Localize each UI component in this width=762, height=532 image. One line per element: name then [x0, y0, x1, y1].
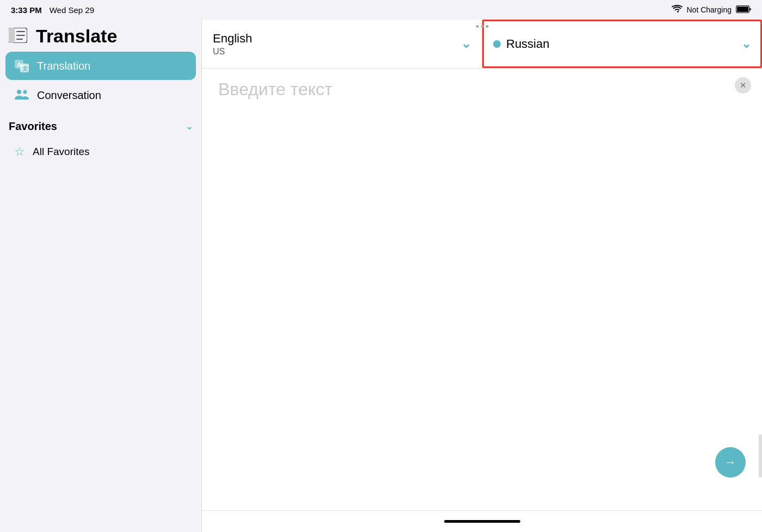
wifi-icon	[672, 5, 683, 15]
star-icon: ☆	[14, 145, 25, 159]
svg-rect-3	[9, 28, 15, 43]
favorites-section: Favorites ⌄	[0, 109, 201, 137]
section-header[interactable]: Favorites ⌄	[9, 120, 193, 133]
sidebar-item-conversation[interactable]: Conversation	[5, 81, 196, 109]
language-indicator-dot	[493, 40, 501, 48]
svg-text:文: 文	[22, 66, 28, 72]
target-language-info: Russian	[493, 37, 549, 51]
arrow-icon: →	[724, 455, 736, 469]
close-icon: ✕	[740, 81, 746, 90]
svg-rect-1	[737, 7, 748, 12]
source-language-chevron-icon: ⌄	[461, 37, 471, 51]
bottom-bar	[202, 510, 762, 532]
sidebar-header: Translate	[0, 26, 201, 52]
target-language-chevron-icon: ⌄	[741, 37, 751, 51]
conversation-icon	[14, 88, 29, 103]
dot-2	[481, 25, 483, 28]
translation-label: Translation	[37, 60, 90, 72]
home-indicator	[444, 520, 520, 523]
main-layout: Translate A 文 Translation	[0, 20, 762, 532]
source-language-name: English	[213, 32, 252, 46]
sidebar-favorites: ☆ All Favorites	[0, 137, 201, 166]
sidebar-nav: A 文 Translation	[0, 52, 201, 109]
status-date: Wed Sep 29	[50, 5, 94, 15]
translation-area[interactable]: ✕ Введите текст →	[202, 69, 762, 510]
not-charging-label: Not Charging	[687, 5, 732, 14]
status-bar: 3:33 PM Wed Sep 29 Not Charging	[0, 0, 762, 20]
source-language-region: US	[213, 47, 252, 57]
app-title: Translate	[36, 26, 117, 46]
status-right: Not Charging	[672, 5, 752, 15]
target-language-button[interactable]: Russian ⌄	[482, 20, 762, 68]
submit-arrow-button[interactable]: →	[715, 447, 746, 478]
dot-1	[476, 25, 478, 28]
sidebar-panel-icon[interactable]	[9, 28, 27, 45]
sidebar: Translate A 文 Translation	[0, 20, 201, 532]
language-bar: English US ⌄ Russian ⌄	[202, 20, 762, 69]
scrollbar	[759, 434, 762, 478]
translation-icon: A 文	[14, 58, 29, 73]
all-favorites-label: All Favorites	[33, 146, 90, 158]
status-time: 3:33 PM	[11, 5, 42, 15]
battery-icon	[736, 5, 751, 15]
favorites-chevron-icon[interactable]: ⌄	[186, 121, 193, 132]
favorites-label: Favorites	[9, 120, 57, 133]
translation-placeholder: Введите текст	[218, 79, 333, 99]
status-left: 3:33 PM Wed Sep 29	[11, 5, 94, 15]
sidebar-item-translation[interactable]: A 文 Translation	[5, 52, 196, 80]
svg-point-11	[17, 90, 21, 94]
main-content: English US ⌄ Russian ⌄ ✕	[201, 20, 762, 532]
three-dots	[470, 20, 494, 33]
target-language-name: Russian	[506, 37, 549, 51]
dot-3	[486, 25, 488, 28]
source-language-button[interactable]: English US ⌄	[202, 20, 482, 68]
svg-point-12	[23, 90, 27, 94]
close-button[interactable]: ✕	[735, 77, 751, 94]
conversation-label: Conversation	[37, 89, 101, 102]
all-favorites-item[interactable]: ☆ All Favorites	[5, 139, 196, 164]
source-language-info: English US	[213, 32, 252, 57]
